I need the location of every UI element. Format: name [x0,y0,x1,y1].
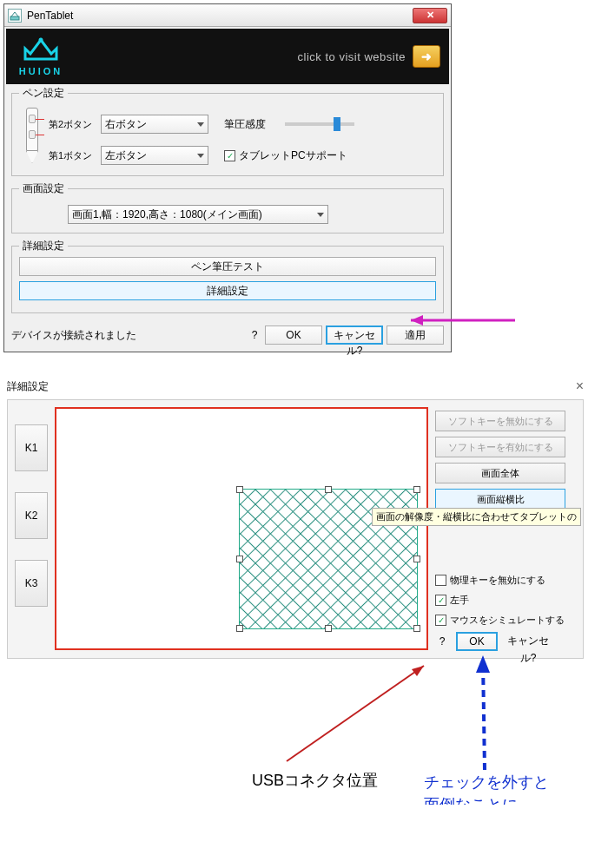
key-k1[interactable]: K1 [15,424,48,471]
arrow-right-icon: ➜ [421,49,432,63]
simulate-mouse-label: マウスをシミュレートする [450,614,565,627]
pen-settings-legend: ペン設定 [19,86,68,101]
key-k2[interactable]: K2 [15,492,48,539]
svg-point-1 [39,38,43,43]
pen-diagram [19,108,45,168]
svg-marker-11 [476,655,490,673]
button2-select[interactable]: 右ボタン [101,115,208,134]
screen-settings-group: 画面設定 画面1,幅：1920,高さ：1080(メイン画面) [11,181,444,233]
softkey-disable-button[interactable]: ソフトキーを無効にする [435,411,565,431]
right-panel: ソフトキーを無効にする ソフトキーを有効にする 画面全体 画面縦横比 物理キーを… [435,407,565,651]
svg-line-8 [287,666,424,761]
pen-settings-group: ペン設定 第2ボタン 右ボタン 筆圧感度 [11,86,444,176]
annotation-layer: USBコネクタ位置 チェックを外すと 面倒なことに [0,666,591,805]
screen-settings-legend: 画面設定 [19,181,68,196]
aspect-ratio-button[interactable]: 画面縦横比 [435,489,565,510]
simulate-mouse-checkbox[interactable]: ✓ [435,615,446,626]
ok-button[interactable]: OK [265,326,322,345]
screen-select[interactable]: 画面1,幅：1920,高さ：1080(メイン画面) [68,205,328,224]
dialog-title: 詳細設定 [7,379,49,394]
pressure-slider[interactable] [285,122,354,126]
tablet-area[interactable] [55,407,428,650]
key-k3[interactable]: K3 [15,560,48,607]
pressure-label: 筆圧感度 [224,117,266,132]
visit-website-button[interactable]: ➜ [413,45,440,68]
dialog-close-button[interactable]: × [576,378,584,394]
advanced-settings-button[interactable]: 詳細設定 [19,281,436,300]
check-annotation-1: チェックを外すと [424,772,549,792]
button1-label: 第1ボタン [49,149,96,162]
app-icon [8,9,22,23]
svg-line-10 [483,661,485,770]
aspect-tooltip: 画面の解像度・縦横比に合わせてタブレットの [372,508,581,526]
button1-select[interactable]: 左ボタン [101,146,208,165]
titlebar[interactable]: PenTablet ✕ [4,4,451,27]
tablet-pc-label: タブレットPCサポート [239,148,347,163]
advanced-dialog: 詳細設定 × K1 K2 K3 [0,378,591,666]
full-screen-button[interactable]: 画面全体 [435,463,565,483]
svg-marker-9 [412,666,424,676]
advanced-settings-legend: 詳細設定 [19,239,68,253]
tablet-pc-checkbox[interactable]: ✓ [224,150,235,161]
brand-banner: HUION click to visit website ➜ [6,29,449,84]
window-title: PenTablet [27,10,413,22]
help-button[interactable]: ? [248,329,261,341]
express-keys: K1 K2 K3 [15,407,48,651]
visit-website-text: click to visit website [298,50,406,63]
pen-pressure-test-button[interactable]: ペン筆圧テスト [19,257,436,276]
magenta-arrow-annotation [411,312,585,329]
svg-rect-0 [10,16,19,20]
usb-annotation: USBコネクタ位置 [252,770,378,791]
button2-label: 第2ボタン [49,118,96,131]
cancel-button[interactable]: キャンセル? [326,326,383,345]
pentablet-window: PenTablet ✕ HUION click to visit website… [3,3,452,352]
left-hand-label: 左手 [450,594,469,607]
advanced-settings-group: 詳細設定 ペン筆圧テスト 詳細設定 [11,239,444,313]
softkey-enable-button[interactable]: ソフトキーを有効にする [435,437,565,457]
physkey-disable-label: 物理キーを無効にする [450,574,545,587]
device-status: デバイスが接続されました [11,328,244,343]
left-hand-checkbox[interactable]: ✓ [435,595,446,606]
huion-logo: HUION [15,36,67,76]
svg-marker-3 [411,315,423,326]
close-button[interactable]: ✕ [413,8,447,23]
check-annotation-2: 面倒なことに [424,794,518,805]
physkey-disable-checkbox[interactable] [435,575,446,586]
logo-text: HUION [19,66,63,76]
